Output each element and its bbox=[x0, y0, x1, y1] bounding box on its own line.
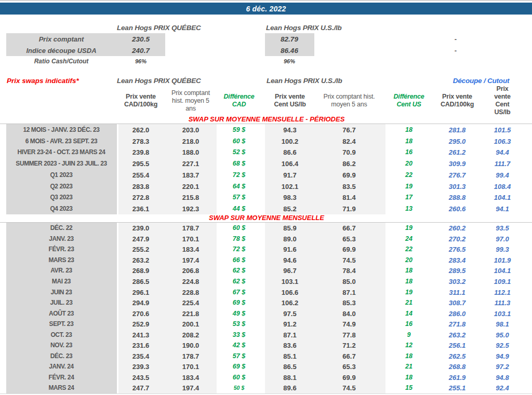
row-label: Q2 2023 bbox=[50, 183, 72, 190]
cell-value: 200.1 bbox=[182, 320, 200, 328]
cell-value: 231.6 bbox=[132, 342, 150, 349]
cell-value: 89.0 bbox=[283, 235, 296, 242]
cell-value: 76.7 bbox=[342, 126, 355, 133]
cell-value: 197.4 bbox=[182, 256, 200, 264]
cell-value: 178.7 bbox=[182, 352, 200, 360]
cell-value: 65.3 bbox=[342, 235, 355, 242]
cell-value: 93.5 bbox=[496, 224, 509, 232]
table-row: AOÛT 23270.6221.849 $97.584.014286.0103.… bbox=[0, 308, 532, 319]
cell-value: 65.3 bbox=[342, 363, 355, 371]
cell-value: 111.7 bbox=[495, 160, 511, 168]
column-header: Prix comptant hist. moyen 5 ans bbox=[323, 87, 375, 115]
table-row: OCT. 23241.3208.233 $87.177.89263.295.0 bbox=[0, 329, 532, 340]
cell-value: 215.8 bbox=[182, 194, 200, 201]
cell-value: 83.6 bbox=[283, 342, 296, 349]
cell-value: 92.5 bbox=[496, 342, 509, 349]
cell-value: 271.8 bbox=[449, 320, 466, 328]
cell-value: 255.2 bbox=[132, 246, 150, 253]
cell-value: 16 bbox=[405, 320, 413, 328]
dash-mark: - bbox=[455, 47, 457, 55]
cell-value: 66 $ bbox=[233, 256, 245, 264]
cell-value: 101.9 bbox=[494, 256, 511, 264]
cell-value: 86.2 bbox=[342, 160, 355, 168]
cell-value: 78 $ bbox=[233, 235, 245, 242]
cell-value: 19 bbox=[405, 183, 413, 190]
cell-value: 261.2 bbox=[449, 148, 466, 156]
table-row: FÉVR. 23255.2183.472 $91.669.922276.599.… bbox=[0, 244, 532, 255]
cell-value: 268.9 bbox=[132, 267, 150, 275]
cell-value: 97.2 bbox=[496, 363, 509, 371]
cell-value: 108.4 bbox=[494, 182, 511, 190]
cell-value: 283.8 bbox=[132, 182, 150, 190]
cell-value: 72 $ bbox=[233, 171, 245, 179]
cell-value: 99.4 bbox=[496, 171, 509, 179]
cell-value: 239.0 bbox=[132, 224, 150, 232]
cell-value: 170.1 bbox=[182, 235, 200, 242]
table-rows-container: 12 MOIS - JANV. 23 DÉC. 23262.0203.059 $… bbox=[0, 124, 532, 214]
quebec-value: 240.7 bbox=[132, 47, 150, 55]
cell-value: 236.1 bbox=[132, 205, 150, 213]
cell-value: 262.0 bbox=[132, 126, 150, 133]
cell-value: 94.6 bbox=[283, 256, 296, 264]
cell-value: 276.5 bbox=[449, 246, 466, 253]
cell-value: 84.0 bbox=[342, 309, 355, 317]
table-rows-container: DÉC. 22239.0178.760 $85.966.719260.293.5… bbox=[0, 223, 532, 393]
cell-value: 99.3 bbox=[496, 246, 509, 253]
cell-value: 286.0 bbox=[449, 309, 466, 317]
table-row: SUMMER 2023 - JUIN 23 JUIL. 23295.5227.1… bbox=[0, 158, 532, 169]
cell-value: 255.4 bbox=[132, 171, 150, 179]
row-label: MAI 23 bbox=[52, 278, 71, 285]
cell-value: 278.3 bbox=[132, 137, 150, 145]
table-row: Q3 2023272.8215.857 $98.381.417288.8104.… bbox=[0, 192, 532, 203]
cell-value: 18 bbox=[405, 352, 413, 360]
cell-value: 94.4 bbox=[496, 148, 509, 156]
table-row: 6 MOIS - AVR. 23 SEPT. 23278.3218.060 $1… bbox=[0, 135, 532, 147]
cell-value: 289.5 bbox=[449, 267, 466, 275]
cell-value: 52 $ bbox=[233, 148, 245, 156]
cell-value: 86.6 bbox=[283, 148, 296, 156]
cell-value: 22 bbox=[405, 246, 413, 253]
cell-value: 183.7 bbox=[182, 171, 200, 179]
table-row: DÉC. 22239.0178.760 $85.966.719260.293.5 bbox=[0, 223, 532, 234]
cell-value: 295.0 bbox=[449, 137, 466, 145]
cell-value: 16 bbox=[405, 148, 413, 156]
cell-value: 66.7 bbox=[342, 352, 355, 360]
cell-value: 260.6 bbox=[449, 205, 466, 213]
row-label: OCT. 23 bbox=[50, 331, 72, 338]
cell-value: 69.9 bbox=[342, 373, 355, 381]
cell-value: 83.5 bbox=[342, 182, 355, 190]
cell-value: 263.2 bbox=[132, 256, 150, 264]
cell-value: 49 $ bbox=[233, 310, 245, 317]
cell-value: 239.8 bbox=[132, 148, 150, 156]
cell-value: 87.1 bbox=[342, 288, 355, 296]
row-label: AVR. 23 bbox=[50, 267, 72, 274]
row-label: MARS 24 bbox=[48, 384, 74, 391]
cell-value: 15 bbox=[405, 384, 413, 391]
cell-value: 283.4 bbox=[449, 256, 466, 264]
cell-value: 13 bbox=[405, 205, 413, 212]
column-header: Différence Cent US bbox=[394, 87, 424, 115]
cell-value: 102.1 bbox=[282, 182, 299, 190]
cell-value: 17 bbox=[405, 194, 413, 201]
cell-value: 243.5 bbox=[132, 373, 150, 381]
row-label: 12 MOIS - JANV. 23 DÉC. 23 bbox=[23, 126, 99, 133]
cell-value: 272.8 bbox=[132, 194, 150, 201]
cell-value: 50 $ bbox=[234, 385, 244, 391]
row-label: JANV. 23 bbox=[49, 235, 74, 242]
cell-value: 92.4 bbox=[496, 384, 509, 392]
table-row: JUIN 23296.1228.867 $106.687.119311.1112… bbox=[0, 287, 532, 297]
cell-value: 260.2 bbox=[449, 224, 466, 232]
cell-value: 295.5 bbox=[132, 160, 150, 168]
row-label: 6 MOIS - AVR. 23 SEPT. 23 bbox=[25, 138, 98, 145]
cell-value: 221.8 bbox=[182, 309, 200, 317]
cell-value: 96.7 bbox=[283, 267, 296, 275]
cell-value: 106.2 bbox=[282, 299, 299, 307]
table-row: FÉVR. 24243.5183.460 $88.169.918261.994.… bbox=[0, 372, 532, 383]
row-label: Q3 2023 bbox=[50, 194, 72, 201]
cell-value: 256.1 bbox=[449, 342, 466, 349]
quebec-value: 96% bbox=[135, 58, 147, 64]
row-label: JANV. 24 bbox=[49, 363, 74, 370]
cell-value: 18 bbox=[405, 126, 413, 133]
row-label: FÉVR. 24 bbox=[49, 374, 74, 381]
row-label: AOÛT 23 bbox=[49, 310, 74, 317]
